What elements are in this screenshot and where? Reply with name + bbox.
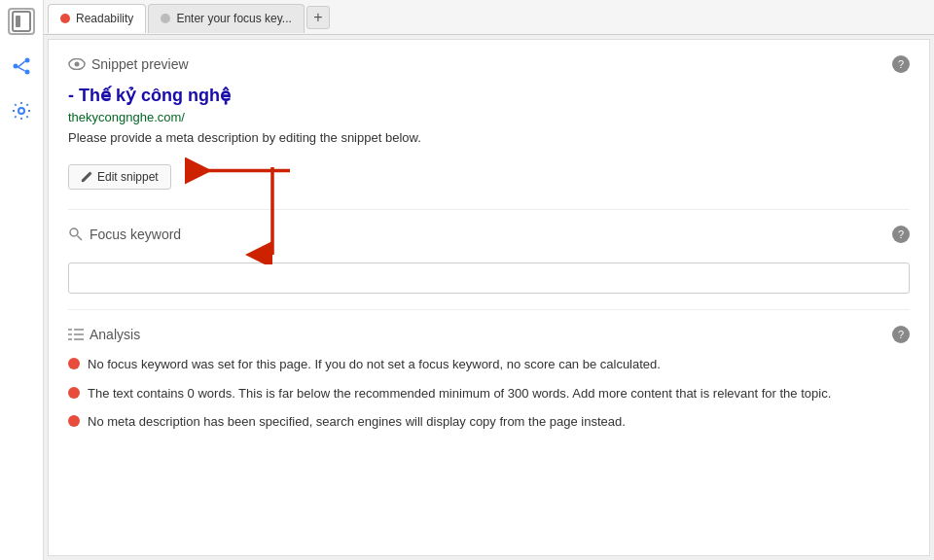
analysis-item: The text contains 0 words. This is far b… [68,384,910,403]
svg-line-5 [18,61,24,67]
edit-snippet-button[interactable]: Edit snippet [68,164,171,190]
main-area: Readability Enter your focus key... + [44,0,934,560]
tab-focus-key-label: Enter your focus key... [176,12,292,25]
analysis-help[interactable]: ? [892,326,910,343]
focus-keyword-section: Focus keyword ? [68,226,910,294]
gear-icon[interactable] [8,97,35,124]
tab-add-label: + [313,9,322,26]
focus-keyword-header: Focus keyword ? [68,226,910,243]
tab-readability-label: Readability [76,12,133,25]
snippet-url: thekycongnghe.com/ [68,110,910,124]
divider-1 [68,209,910,210]
focus-input-wrapper [68,255,910,294]
analysis-text-1: The text contains 0 words. This is far b… [88,384,831,403]
analysis-title-row: Analysis [68,327,140,342]
tab-bar: Readability Enter your focus key... + [44,0,934,35]
focus-key-dot [161,14,170,23]
key-icon [68,227,84,242]
snippet-description: Please provide a meta description by edi… [68,130,910,145]
share-icon[interactable] [8,52,35,80]
focus-keyword-title-row: Focus keyword [68,227,181,242]
analysis-section: Analysis ? No focus keyword was set for … [68,326,910,432]
svg-line-13 [78,236,83,241]
snippet-preview-section: Snippet preview ? - Thế kỷ công nghệ the… [68,55,910,190]
svg-point-2 [25,58,30,63]
svg-rect-1 [16,16,20,27]
edit-snippet-wrapper: Edit snippet [68,155,171,190]
svg-point-9 [75,62,80,67]
edit-snippet-label: Edit snippet [97,170,159,184]
snippet-preview-header: Snippet preview ? [68,55,910,73]
list-icon [68,328,84,341]
edit-arrow-annotation [175,157,292,189]
tab-readability[interactable]: Readability [48,4,146,33]
readability-dot [60,14,70,23]
focus-keyword-help[interactable]: ? [892,226,910,243]
divider-2 [68,309,910,310]
analysis-text-0: No focus keyword was set for this page. … [88,355,661,374]
pencil-icon [81,171,92,183]
svg-point-3 [14,64,18,69]
snippet-title: - Thế kỷ công nghệ [68,85,910,106]
tab-add-button[interactable]: + [306,6,330,29]
analysis-item: No focus keyword was set for this page. … [68,355,910,374]
analysis-text-2: No meta description has been specified, … [88,412,626,432]
content-area: Snippet preview ? - Thế kỷ công nghệ the… [48,39,930,556]
svg-line-6 [18,67,24,71]
icon-sidebar [0,0,44,560]
focus-keyword-input[interactable] [68,262,910,294]
snippet-preview-title: Snippet preview [91,56,189,72]
svg-point-7 [18,108,24,114]
analysis-dot-2 [68,415,80,427]
snippet-preview-help[interactable]: ? [892,55,910,73]
tab-focus-key[interactable]: Enter your focus key... [148,4,305,33]
svg-rect-0 [13,12,30,31]
analysis-title: Analysis [90,327,140,342]
svg-point-4 [25,70,30,75]
snippet-preview-title-row: Snippet preview [68,56,189,72]
eye-icon [68,58,86,70]
analysis-list: No focus keyword was set for this page. … [68,355,910,432]
svg-point-12 [70,228,78,236]
focus-keyword-title: Focus keyword [90,227,181,242]
analysis-dot-1 [68,387,80,399]
analysis-item: No meta description has been specified, … [68,412,910,432]
panel-icon[interactable] [8,8,35,35]
analysis-dot-0 [68,358,80,369]
analysis-header: Analysis ? [68,326,910,343]
